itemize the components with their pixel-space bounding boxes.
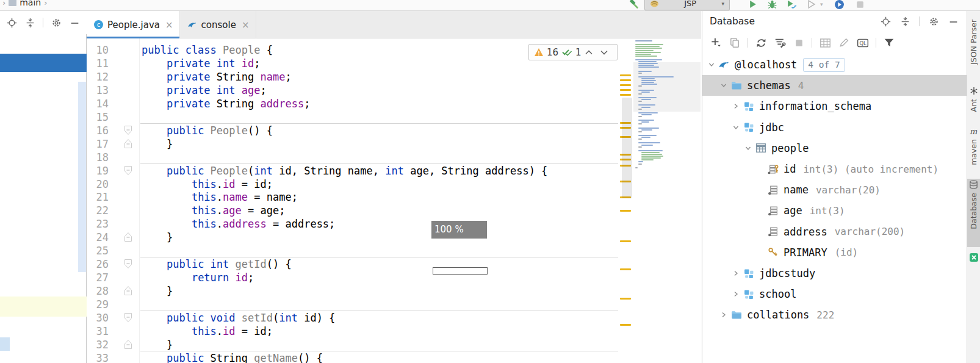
minimap-line xyxy=(638,146,642,148)
line-number: 19 xyxy=(87,164,109,178)
code-editor[interactable]: 10public class People {11 private int id… xyxy=(87,38,701,363)
datasource-properties-icon[interactable] xyxy=(774,37,786,49)
code-token: id xyxy=(223,325,235,337)
tab-people-java[interactable]: cPeople.java× xyxy=(87,11,180,38)
minimap-line xyxy=(638,128,659,129)
fold-marker-up[interactable] xyxy=(124,286,132,296)
minimap-line xyxy=(638,109,642,110)
tree-row-information-schema[interactable]: information_schema xyxy=(702,96,967,117)
project-scrollbar[interactable] xyxy=(78,82,86,272)
code-text: this.name = name; xyxy=(142,190,298,204)
filter-icon[interactable] xyxy=(883,37,895,49)
profiler-icon[interactable] xyxy=(832,0,846,11)
locate-icon[interactable] xyxy=(880,16,891,27)
minimap-line xyxy=(638,90,654,91)
add-icon[interactable] xyxy=(710,37,722,49)
code-token: return xyxy=(192,271,236,284)
chevron-right-icon[interactable] xyxy=(719,311,728,319)
tree-row-jdbc[interactable]: jdbc xyxy=(702,117,967,138)
tab-label: People.java xyxy=(107,20,160,31)
chevron-down-icon[interactable] xyxy=(707,60,716,69)
tree-row-jdbcstudy[interactable]: jdbcstudy xyxy=(702,263,967,284)
warning-stripe-mark[interactable] xyxy=(620,94,631,96)
fold-marker-down[interactable] xyxy=(124,165,132,176)
chevron-spacer xyxy=(756,248,765,257)
code-token: int xyxy=(279,312,304,324)
run-button[interactable] xyxy=(746,0,759,11)
code-token: . xyxy=(217,191,223,203)
tree-row-collations[interactable]: collations222 xyxy=(702,304,967,325)
tree-row-school[interactable]: school xyxy=(702,284,967,304)
stripe-item-maven[interactable]: mmaven xyxy=(967,126,980,170)
warning-stripe-mark[interactable] xyxy=(620,298,631,300)
coverage-button[interactable] xyxy=(804,0,818,11)
code-token: setId xyxy=(242,312,273,324)
debug-button[interactable] xyxy=(765,0,779,11)
tree-row-people[interactable]: people xyxy=(702,138,967,159)
stop-icon xyxy=(793,37,805,49)
tab-label: console xyxy=(201,20,236,31)
fold-marker-down[interactable] xyxy=(124,125,132,135)
gear-icon[interactable] xyxy=(928,16,939,27)
stripe-item-json-parser[interactable]: JSON Parser xyxy=(967,18,980,84)
fold-marker-down[interactable] xyxy=(124,259,132,269)
warning-stripe-mark[interactable] xyxy=(620,74,631,76)
code-token: int xyxy=(254,165,279,177)
close-icon[interactable]: × xyxy=(165,20,173,31)
code-token xyxy=(142,312,167,324)
warning-stripe-mark[interactable] xyxy=(620,84,631,86)
fold-marker-up[interactable] xyxy=(124,339,132,350)
editor-scrollbar-thumb[interactable] xyxy=(622,98,632,198)
build-hammer-icon[interactable] xyxy=(627,0,641,11)
run-with-button[interactable] xyxy=(785,0,798,11)
stripe-item-ant[interactable]: Ant xyxy=(967,85,980,121)
locate-icon[interactable] xyxy=(6,17,17,28)
tree-row-age[interactable]: ageint(3) xyxy=(702,200,967,221)
tree-row-schemas[interactable]: schemas4 xyxy=(702,75,967,96)
tree-row-id[interactable]: idint(3) (auto increment) xyxy=(702,159,967,179)
project-selected-item[interactable] xyxy=(0,54,87,72)
warning-stripe-mark[interactable] xyxy=(620,240,631,242)
tab-console[interactable]: console× xyxy=(180,11,256,38)
chevron-right-icon[interactable] xyxy=(732,102,740,110)
fold-marker-up[interactable] xyxy=(124,232,132,242)
collapse-all-icon[interactable] xyxy=(24,17,35,28)
query-console-icon[interactable]: QL xyxy=(857,37,869,49)
progress-bar xyxy=(433,267,488,275)
tree-item-name: jdbc xyxy=(759,121,784,134)
collapse-all-icon[interactable] xyxy=(899,16,910,27)
warning-stripe-mark[interactable] xyxy=(620,210,631,212)
chevron-down-icon[interactable] xyxy=(732,123,740,132)
hide-panel-icon[interactable] xyxy=(948,16,959,27)
gear-icon[interactable] xyxy=(51,17,62,28)
fold-marker-up[interactable] xyxy=(124,138,132,149)
project-highlighted-item[interactable] xyxy=(0,297,87,317)
next-highlight-button[interactable] xyxy=(600,49,612,56)
run-config-selector[interactable]: JSP ▾ xyxy=(644,0,730,10)
warning-stripe-mark[interactable] xyxy=(620,79,631,81)
hide-panel-icon[interactable] xyxy=(69,17,80,28)
tree-row-name[interactable]: namevarchar(20) xyxy=(702,179,967,200)
tree-row--localhost[interactable]: @localhost4 of 7 xyxy=(702,54,967,75)
chevron-down-icon[interactable]: ▾ xyxy=(820,1,823,7)
warning-stripe-mark[interactable] xyxy=(620,268,631,270)
minimap-line xyxy=(638,63,658,64)
close-icon[interactable]: × xyxy=(242,20,250,31)
code-token: int xyxy=(385,165,410,177)
warning-stripe-mark[interactable] xyxy=(620,89,631,91)
tree-row-primary[interactable]: PRIMARY(id) xyxy=(702,242,967,263)
stripe-item-database[interactable]: Database xyxy=(967,179,980,247)
fold-marker-down[interactable] xyxy=(124,312,132,323)
stripe-item-green-plugin[interactable] xyxy=(967,251,980,303)
chevron-right-icon[interactable] xyxy=(732,290,740,298)
refresh-icon[interactable] xyxy=(755,37,767,49)
breadcrumb-item-main[interactable]: main xyxy=(20,0,41,7)
chevron-down-icon[interactable] xyxy=(744,144,752,153)
database-panel: Database QL @localhost4 of 7schemas4info… xyxy=(702,11,967,363)
tree-row-address[interactable]: addressvarchar(200) xyxy=(702,221,967,242)
previous-highlight-button[interactable] xyxy=(585,49,597,56)
chevron-right-icon[interactable] xyxy=(732,269,740,278)
chevron-down-icon[interactable] xyxy=(719,81,728,90)
warning-stripe-mark[interactable] xyxy=(620,324,631,326)
code-token xyxy=(142,352,167,363)
